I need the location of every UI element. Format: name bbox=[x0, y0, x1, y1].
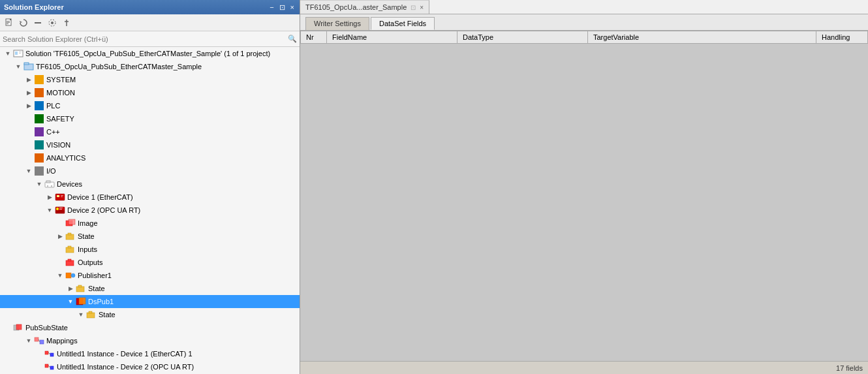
tree-item-devices[interactable]: Devices bbox=[0, 178, 300, 191]
system-expander[interactable] bbox=[23, 74, 34, 85]
svg-rect-11 bbox=[19, 52, 22, 52]
solution-expander[interactable] bbox=[3, 48, 13, 59]
tree-item-inputs[interactable]: Inputs bbox=[0, 243, 300, 256]
publisher1-expander[interactable] bbox=[55, 270, 65, 281]
vision-label: VISION bbox=[46, 141, 70, 149]
state3-expander[interactable] bbox=[76, 309, 86, 320]
tab-writer-settings-label: Writer Settings bbox=[314, 20, 361, 27]
tree-item-device2[interactable]: Device 2 (OPC UA RT) bbox=[0, 204, 300, 217]
mapping2-label: Untitled1 Instance - Device 2 (OPC UA RT… bbox=[57, 363, 194, 371]
tree-item-state2[interactable]: State bbox=[0, 282, 300, 295]
publisher1-label: Publisher1 bbox=[78, 272, 112, 279]
svg-rect-47 bbox=[35, 337, 39, 341]
search-input[interactable] bbox=[3, 35, 288, 43]
solution-explorer-titlebar: Solution Explorer − ⊡ × bbox=[0, 0, 300, 14]
close-button[interactable]: × bbox=[289, 3, 296, 12]
inputs-expander bbox=[55, 244, 65, 255]
tree-item-motion[interactable]: MOTION bbox=[0, 86, 300, 99]
svg-rect-20 bbox=[57, 195, 59, 197]
toolbar-settings-button[interactable] bbox=[46, 16, 59, 29]
tree-item-state3[interactable]: State bbox=[0, 308, 300, 321]
system-icon bbox=[34, 74, 44, 85]
motion-expander[interactable] bbox=[23, 87, 34, 98]
tree-project[interactable]: TF6105_OpcUa_PubSub_EtherCATMaster_Sampl… bbox=[0, 60, 300, 73]
tab-close-button[interactable]: × bbox=[420, 4, 424, 11]
svg-rect-35 bbox=[68, 259, 71, 261]
tree-item-system[interactable]: SYSTEM bbox=[0, 73, 300, 86]
toolbar-refresh-button[interactable] bbox=[17, 16, 30, 29]
float-button[interactable]: ⊡ bbox=[278, 3, 287, 12]
toolbar-new-file-button[interactable] bbox=[3, 16, 16, 29]
io-expander[interactable] bbox=[23, 166, 34, 176]
io-label: I/O bbox=[46, 167, 56, 175]
tree-item-mapping2[interactable]: Untitled1 Instance - Device 2 (OPC UA RT… bbox=[0, 360, 300, 373]
tree-item-analytics[interactable]: ANALYTICS bbox=[0, 151, 300, 164]
plc-label: PLC bbox=[46, 102, 60, 110]
device2-expander[interactable] bbox=[44, 205, 55, 215]
dspub1-icon bbox=[76, 296, 86, 307]
tab-dataset-fields[interactable]: DataSet Fields bbox=[371, 17, 435, 30]
svg-rect-4 bbox=[35, 22, 41, 23]
tree-item-pubsubstate[interactable]: PubSubState bbox=[0, 321, 300, 334]
state1-expander[interactable] bbox=[55, 231, 65, 242]
col-header-nr: Nr bbox=[301, 31, 327, 44]
state3-icon bbox=[86, 309, 97, 320]
mappings-expander[interactable] bbox=[23, 335, 34, 346]
safety-icon bbox=[34, 114, 44, 124]
dspub1-expander[interactable] bbox=[65, 296, 76, 307]
plc-expander[interactable] bbox=[23, 101, 34, 111]
toolbar-pin-button[interactable] bbox=[60, 16, 73, 29]
solution-label: Solution 'TF6105_OpcUa_PubSub_EtherCATMa… bbox=[25, 50, 270, 57]
motion-icon bbox=[34, 87, 44, 98]
svg-rect-14 bbox=[24, 63, 29, 65]
data-table: Nr FieldName DataType TargetVariable Han… bbox=[300, 31, 868, 44]
image-expander bbox=[55, 218, 65, 228]
state3-label: State bbox=[99, 311, 116, 319]
devices-expander[interactable] bbox=[34, 179, 44, 189]
device1-expander[interactable] bbox=[44, 192, 55, 202]
svg-rect-16 bbox=[46, 181, 50, 183]
svg-line-52 bbox=[48, 352, 50, 354]
pubsubstate-label: PubSubState bbox=[25, 324, 68, 332]
tab-writer-settings[interactable]: Writer Settings bbox=[305, 17, 369, 30]
tree-solution-root[interactable]: Solution 'TF6105_OpcUa_PubSub_EtherCATMa… bbox=[0, 47, 300, 60]
tree-item-dspub1[interactable]: DsPub1 bbox=[0, 295, 300, 308]
svg-rect-17 bbox=[47, 185, 48, 187]
svg-rect-27 bbox=[59, 209, 62, 210]
tree-item-mappings[interactable]: Mappings bbox=[0, 334, 300, 347]
state2-expander[interactable] bbox=[65, 283, 76, 294]
tree-item-mapping1[interactable]: Untitled1 Instance - Device 1 (EtherCAT)… bbox=[0, 347, 300, 360]
content-tabs: Writer Settings DataSet Fields bbox=[300, 14, 868, 31]
publisher1-icon bbox=[65, 270, 76, 281]
safety-expander bbox=[23, 114, 34, 124]
tree-item-outputs[interactable]: Outputs bbox=[0, 256, 300, 269]
tree-item-safety[interactable]: SAFETY bbox=[0, 112, 300, 125]
svg-rect-33 bbox=[68, 246, 71, 248]
motion-label: MOTION bbox=[46, 89, 75, 97]
inputs-label: Inputs bbox=[78, 245, 97, 253]
tree-item-device1[interactable]: Device 1 (EtherCAT) bbox=[0, 191, 300, 204]
plc-icon bbox=[34, 101, 44, 111]
svg-rect-53 bbox=[45, 364, 48, 367]
svg-point-5 bbox=[51, 22, 54, 24]
tree-item-io[interactable]: I/O bbox=[0, 164, 300, 178]
svg-point-25 bbox=[56, 208, 59, 210]
pin-button[interactable]: − bbox=[268, 3, 275, 12]
device2-icon bbox=[55, 205, 65, 215]
mapping1-label: Untitled1 Instance - Device 1 (EtherCAT)… bbox=[57, 350, 193, 358]
device1-label: Device 1 (EtherCAT) bbox=[67, 193, 133, 201]
tree-item-cpp[interactable]: C++ bbox=[0, 125, 300, 138]
svg-rect-2 bbox=[7, 22, 10, 23]
tree-item-state1[interactable]: State bbox=[0, 230, 300, 243]
tab-title: TF6105_OpcUa...aster_Sample bbox=[305, 3, 407, 11]
tree-item-vision[interactable]: VISION bbox=[0, 138, 300, 151]
tree-item-publisher1[interactable]: Publisher1 bbox=[0, 269, 300, 282]
io-icon bbox=[34, 166, 44, 176]
project-expander[interactable] bbox=[13, 61, 23, 72]
tree-item-plc[interactable]: PLC bbox=[0, 99, 300, 112]
state1-label: State bbox=[78, 232, 95, 240]
toolbar-collapse-button[interactable] bbox=[31, 16, 44, 29]
mappings-icon bbox=[34, 335, 44, 346]
tree-item-image[interactable]: Image bbox=[0, 217, 300, 230]
analytics-icon bbox=[34, 153, 44, 163]
